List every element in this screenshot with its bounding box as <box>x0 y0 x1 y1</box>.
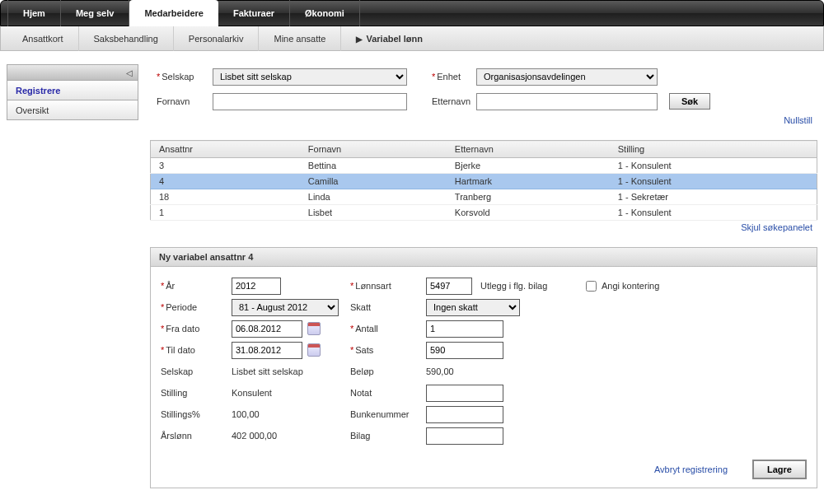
sidebar-item-registrere[interactable]: Registrere <box>7 81 138 100</box>
table-cell: Linda <box>300 189 447 205</box>
table-cell: 1 - Sekretær <box>610 189 817 205</box>
top-tab-hjem[interactable]: Hjem <box>7 0 61 26</box>
sidebar-item-oversikt[interactable]: Oversikt <box>7 100 138 120</box>
selskap-ro-value: Lisbet sitt selskap <box>232 366 303 376</box>
table-header[interactable]: Fornavn <box>300 141 447 158</box>
lonnsart-input[interactable] <box>426 278 472 295</box>
stilling-ro-value: Konsulent <box>232 388 272 398</box>
til-input[interactable] <box>232 342 302 359</box>
periode-select[interactable]: 81 - August 2012 <box>232 299 339 316</box>
selskap-label: *Selskap <box>150 72 213 82</box>
table-row[interactable]: 1LisbetKorsvold1 - Konsulent <box>151 205 817 221</box>
table-cell: 1 <box>151 205 300 221</box>
filter-panel: *Selskap Lisbet sitt selskap *Enhet Orga… <box>150 64 817 132</box>
table-cell: Korsvold <box>447 205 610 221</box>
kontering-label: Angi kontering <box>602 281 659 291</box>
antall-label: Antall <box>355 324 378 334</box>
table-cell: 4 <box>151 174 300 189</box>
hide-search-link[interactable]: Skjul søkepanelet <box>741 222 812 232</box>
notat-label: Notat <box>347 388 426 398</box>
sub-tab-saksbehandling[interactable]: Saksbehandling <box>79 26 174 51</box>
search-button[interactable]: Søk <box>669 93 710 110</box>
save-button[interactable]: Lagre <box>752 460 807 479</box>
table-cell: Bjerke <box>447 158 610 174</box>
sub-tab-variabel-lønn[interactable]: ▶Variabel lønn <box>341 26 437 51</box>
etternavn-input[interactable] <box>476 93 658 110</box>
fra-label: Fra dato <box>166 324 199 334</box>
fornavn-label: Fornavn <box>150 96 213 106</box>
til-label: Til dato <box>166 345 195 355</box>
top-tab-meg-selv[interactable]: Meg selv <box>61 0 129 26</box>
skatt-select[interactable]: Ingen skatt <box>426 299 520 316</box>
belop-value: 590,00 <box>426 366 454 376</box>
stillpct-ro-label: Stillings% <box>157 409 232 419</box>
content-area: *Selskap Lisbet sitt selskap *Enhet Orga… <box>150 64 817 488</box>
lonnsart-desc: Utlegg i flg. bilag <box>480 281 547 291</box>
etternavn-label: Etternavn <box>407 96 476 106</box>
sub-tab-personalarkiv[interactable]: Personalarkiv <box>174 26 260 51</box>
reset-link[interactable]: Nullstill <box>784 115 812 125</box>
sats-input[interactable] <box>426 342 503 359</box>
bunke-label: Bunkenummer <box>347 409 426 419</box>
table-cell: Lisbet <box>300 205 447 221</box>
sidebar-header: ◁ <box>7 64 138 81</box>
lonnsart-label: Lønnsart <box>355 281 391 291</box>
cancel-link[interactable]: Avbryt registrering <box>654 464 728 474</box>
stilling-ro-label: Stilling <box>157 388 232 398</box>
aarslonn-ro-label: Årslønn <box>157 431 232 441</box>
table-cell: 1 - Konsulent <box>610 205 817 221</box>
enhet-select[interactable]: Organisasjonsavdelingen <box>476 68 658 86</box>
table-cell: 18 <box>151 189 300 205</box>
sub-tab-bar: AnsattkortSaksbehandlingPersonalarkivMin… <box>0 26 824 51</box>
calendar-icon[interactable] <box>307 322 321 335</box>
table-row[interactable]: 4CamillaHartmark1 - Konsulent <box>151 174 817 189</box>
collapse-left-icon[interactable]: ◁ <box>126 68 133 77</box>
table-cell: 1 - Konsulent <box>610 158 817 174</box>
bunke-input[interactable] <box>426 406 503 423</box>
form-title: Ny variabel ansattnr 4 <box>151 248 817 267</box>
table-cell: Camilla <box>300 174 447 189</box>
belop-label: Beløp <box>347 366 426 376</box>
calendar-icon[interactable] <box>307 343 321 357</box>
table-row[interactable]: 3BettinaBjerke1 - Konsulent <box>151 158 817 174</box>
bilag-input[interactable] <box>426 427 503 445</box>
table-row[interactable]: 18LindaTranberg1 - Sekretær <box>151 189 817 205</box>
form-panel: Ny variabel ansattnr 4 *År *Periode81 - … <box>150 247 817 488</box>
kontering-checkbox[interactable] <box>586 281 597 292</box>
sub-tab-mine-ansatte[interactable]: Mine ansatte <box>259 26 341 51</box>
table-header[interactable]: Ansattnr <box>151 141 300 158</box>
top-tab-økonomi[interactable]: Økonomi <box>290 0 360 26</box>
top-tab-bar: HjemMeg selvMedarbeidereFakturaerØkonomi <box>0 0 824 26</box>
table-cell: 1 - Konsulent <box>610 174 817 189</box>
aar-input[interactable] <box>232 278 281 295</box>
fornavn-input[interactable] <box>213 93 407 110</box>
fra-input[interactable] <box>232 320 302 338</box>
table-cell: Bettina <box>300 158 447 174</box>
table-cell: Hartmark <box>447 174 610 189</box>
table-cell: 3 <box>151 158 300 174</box>
table-header[interactable]: Etternavn <box>447 141 610 158</box>
aar-label: År <box>166 281 175 291</box>
antall-input[interactable] <box>426 320 503 338</box>
enhet-label: *Enhet <box>407 72 476 82</box>
selskap-ro-label: Selskap <box>157 366 232 376</box>
skatt-label: Skatt <box>347 302 426 312</box>
sats-label: Sats <box>355 345 373 355</box>
aarslonn-ro-value: 402 000,00 <box>232 431 277 441</box>
table-header[interactable]: Stilling <box>610 141 817 158</box>
employee-table: AnsattnrFornavnEtternavnStilling 3Bettin… <box>150 140 817 221</box>
notat-input[interactable] <box>426 385 503 402</box>
periode-label: Periode <box>166 302 197 312</box>
top-tab-medarbeidere[interactable]: Medarbeidere <box>129 0 218 26</box>
bilag-label: Bilag <box>347 431 426 441</box>
sidebar: ◁ RegistrereOversikt <box>7 64 138 488</box>
stillpct-ro-value: 100,00 <box>232 409 260 419</box>
sub-tab-ansattkort[interactable]: Ansattkort <box>7 26 79 51</box>
top-tab-fakturaer[interactable]: Fakturaer <box>218 0 290 26</box>
selskap-select[interactable]: Lisbet sitt selskap <box>213 68 407 86</box>
table-cell: Tranberg <box>447 189 610 205</box>
